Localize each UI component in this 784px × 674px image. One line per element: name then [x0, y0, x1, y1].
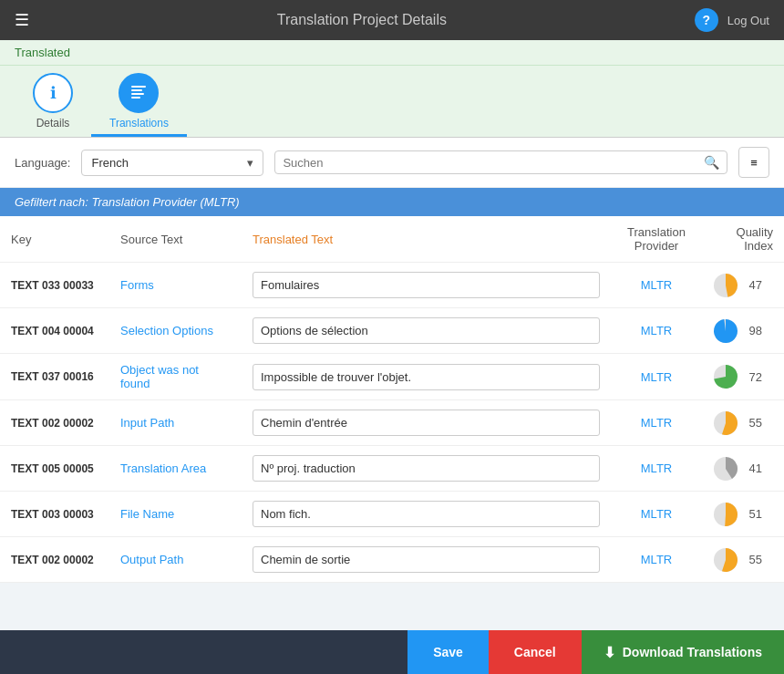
quality-cell: 72: [702, 354, 784, 400]
page-title: Translation Project Details: [277, 12, 447, 28]
key-cell: TEXT 004 00004: [0, 308, 109, 354]
translated-input[interactable]: [253, 455, 600, 482]
toolbar: Language: French ▾ 🔍 ≡: [0, 138, 784, 188]
filter-icon: ≡: [750, 156, 758, 170]
key-cell: TEXT 005 00005: [0, 446, 109, 492]
quality-number: 41: [744, 461, 762, 475]
key-cell: TEXT 003 00003: [0, 492, 109, 537]
translated-cell: [242, 492, 611, 537]
filter-text: Gefiltert nach: Translation Provider (ML…: [15, 195, 240, 209]
details-icon: ℹ: [33, 73, 73, 113]
table-row: TEXT 002 00002 Input Path MLTR 55: [0, 400, 784, 446]
filter-button[interactable]: ≡: [738, 147, 769, 178]
logout-button[interactable]: Log Out: [727, 14, 769, 27]
tab-details-label: Details: [36, 117, 70, 133]
download-label: Download Translations: [623, 645, 762, 659]
translated-input[interactable]: [253, 364, 600, 390]
quality-number: 72: [744, 370, 762, 384]
translations-table: Key Source Text Translated Text Translat…: [0, 216, 784, 583]
chevron-down-icon: ▾: [247, 156, 253, 170]
translated-input[interactable]: [253, 272, 600, 298]
source-cell: Output Path: [109, 537, 242, 583]
search-icon: 🔍: [704, 155, 719, 170]
table-row: TEXT 002 00002 Output Path MLTR 55: [0, 537, 784, 583]
provider-cell: MLTR: [611, 354, 702, 400]
svg-rect-3: [131, 97, 140, 99]
language-label: Language:: [15, 156, 70, 170]
cancel-button[interactable]: Cancel: [489, 630, 582, 674]
translated-input[interactable]: [253, 410, 600, 436]
language-value: French: [91, 156, 128, 170]
download-icon: ⬇: [603, 644, 615, 661]
quality-number: 47: [744, 278, 762, 292]
provider-cell: MLTR: [611, 400, 702, 446]
table-row: TEXT 033 00033 Forms MLTR 47: [0, 263, 784, 308]
source-cell: File Name: [109, 492, 242, 537]
col-header-provider: Translation Provider: [611, 216, 702, 263]
key-cell: TEXT 002 00002: [0, 400, 109, 446]
table-row: TEXT 037 00016 Object was not found MLTR…: [0, 354, 784, 400]
quality-number: 51: [744, 507, 762, 521]
source-cell: Input Path: [109, 400, 242, 446]
table-row: TEXT 003 00003 File Name MLTR 51: [0, 492, 784, 537]
translated-cell: [242, 308, 611, 354]
quality-number: 55: [744, 553, 762, 566]
translated-cell: [242, 400, 611, 446]
table-row: TEXT 004 00004 Selection Options MLTR 98: [0, 308, 784, 354]
translated-input[interactable]: [253, 317, 600, 344]
quality-cell: 51: [702, 492, 784, 537]
download-translations-button[interactable]: ⬇ Download Translations: [582, 630, 784, 674]
provider-cell: MLTR: [611, 446, 702, 492]
translated-input[interactable]: [253, 546, 600, 573]
quality-cell: 98: [702, 308, 784, 354]
translated-cell: [242, 537, 611, 583]
translated-input[interactable]: [253, 501, 600, 527]
tabs-container: ℹ Details Translations: [0, 66, 784, 138]
key-cell: TEXT 037 00016: [0, 354, 109, 400]
search-box: 🔍: [274, 150, 727, 174]
quality-cell: 41: [702, 446, 784, 492]
translated-cell: [242, 446, 611, 492]
table-row: TEXT 005 00005 Translation Area MLTR 41: [0, 446, 784, 492]
translated-cell: [242, 354, 611, 400]
status-text: Translated: [15, 46, 70, 59]
search-input[interactable]: [283, 156, 704, 170]
source-cell: Selection Options: [109, 308, 242, 354]
quality-number: 98: [744, 324, 762, 337]
col-header-key: Key: [0, 216, 109, 263]
provider-cell: MLTR: [611, 308, 702, 354]
col-header-quality: Quality Index: [702, 216, 784, 263]
svg-rect-2: [131, 93, 144, 95]
quality-cell: 55: [702, 400, 784, 446]
svg-rect-1: [131, 89, 142, 91]
content-area: Language: French ▾ 🔍 ≡ Gefiltert nach: T…: [0, 138, 784, 583]
quality-number: 55: [744, 416, 762, 430]
translations-icon: [119, 73, 159, 113]
col-header-source: Source Text: [109, 216, 242, 263]
header: ☰ Translation Project Details ? Log Out: [0, 0, 784, 40]
key-cell: TEXT 033 00033: [0, 263, 109, 308]
col-header-translated: Translated Text: [242, 216, 611, 263]
tab-details[interactable]: ℹ Details: [15, 66, 91, 137]
menu-icon[interactable]: ☰: [15, 10, 29, 30]
svg-rect-0: [131, 86, 146, 88]
provider-cell: MLTR: [611, 263, 702, 308]
language-dropdown[interactable]: French ▾: [81, 150, 263, 176]
filter-bar: Gefiltert nach: Translation Provider (ML…: [0, 188, 784, 216]
status-bar: Translated: [0, 40, 784, 66]
provider-cell: MLTR: [611, 537, 702, 583]
source-cell: Object was not found: [109, 354, 242, 400]
save-button[interactable]: Save: [407, 630, 489, 674]
tab-translations[interactable]: Translations: [91, 66, 187, 137]
quality-cell: 47: [702, 263, 784, 308]
quality-cell: 55: [702, 537, 784, 583]
source-cell: Translation Area: [109, 446, 242, 492]
tab-translations-label: Translations: [109, 117, 169, 133]
help-button[interactable]: ?: [695, 8, 718, 32]
header-actions: ? Log Out: [695, 8, 769, 32]
translated-cell: [242, 263, 611, 308]
source-cell: Forms: [109, 263, 242, 308]
footer: Save Cancel ⬇ Download Translations: [0, 630, 784, 674]
key-cell: TEXT 002 00002: [0, 537, 109, 583]
provider-cell: MLTR: [611, 492, 702, 537]
